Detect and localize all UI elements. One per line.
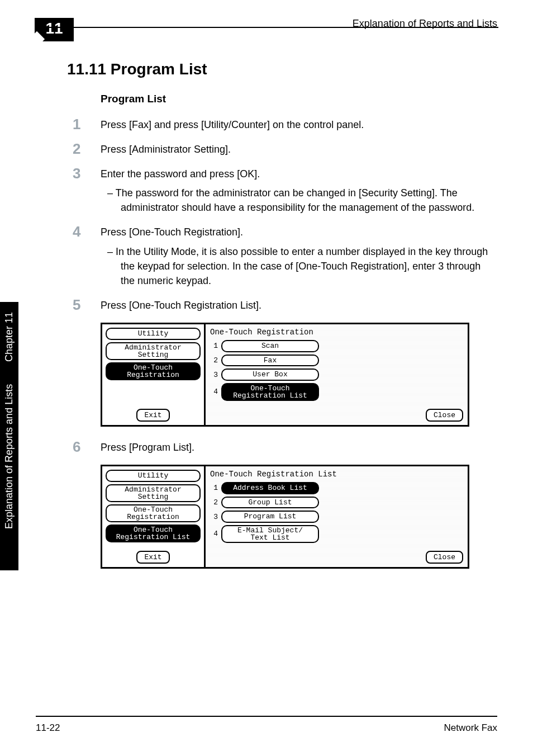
shot2-row-3: 3 Program List bbox=[210, 511, 463, 523]
step-text: Press [One-Touch Registration]. bbox=[101, 225, 497, 239]
step-text: Press [One-Touch Registration List]. bbox=[101, 298, 497, 313]
one-touch-registration-pill[interactable]: One-Touch Registration bbox=[106, 362, 201, 380]
subsection-heading: Program List bbox=[101, 93, 497, 105]
shot1-row-4: 4 One-Touch Registration List bbox=[210, 383, 463, 401]
page-number: 11-22 bbox=[36, 722, 60, 734]
shot2-row-4: 4 E-Mail Subject/ Text List bbox=[210, 525, 463, 543]
step-subtext: In the Utility Mode, it is also possible… bbox=[121, 244, 497, 288]
shot1-row-2: 2 Fax bbox=[210, 355, 463, 367]
sidebar-chapter-label: Chapter 11 bbox=[3, 312, 15, 362]
step-4: 4 Press [One-Touch Registration]. In the… bbox=[101, 225, 497, 287]
row-number: 1 bbox=[210, 484, 218, 492]
close-button[interactable]: Close bbox=[426, 409, 463, 422]
row-number: 2 bbox=[210, 356, 218, 365]
step-3: 3 Enter the password and press [OK]. The… bbox=[101, 167, 497, 215]
step-number: 2 bbox=[73, 140, 80, 158]
step-number: 6 bbox=[73, 438, 80, 456]
row-number: 4 bbox=[210, 530, 218, 538]
program-list-button[interactable]: Program List bbox=[221, 511, 319, 523]
user-box-button[interactable]: User Box bbox=[221, 368, 319, 381]
step-6: 6 Press [Program List]. bbox=[101, 440, 497, 455]
step-text: Enter the password and press [OK]. bbox=[101, 167, 497, 181]
email-subject-text-list-button[interactable]: E-Mail Subject/ Text List bbox=[221, 525, 319, 543]
exit-button[interactable]: Exit bbox=[136, 409, 169, 422]
one-touch-reg-list-pill[interactable]: One-Touch Registration List bbox=[106, 525, 201, 542]
group-list-button[interactable]: Group List bbox=[221, 497, 319, 509]
shot2-row-1: 1 Address Book List bbox=[210, 482, 463, 494]
row-number: 3 bbox=[210, 513, 218, 521]
page-footer: 11-22 Network Fax bbox=[36, 716, 497, 734]
fax-button[interactable]: Fax bbox=[221, 355, 319, 367]
screenshot-1: Utility Administrator Setting One-Touch … bbox=[101, 323, 469, 427]
shot2-row-2: 2 Group List bbox=[210, 497, 463, 509]
scan-button[interactable]: Scan bbox=[221, 340, 319, 352]
one-touch-registration-pill[interactable]: One-Touch Registration bbox=[106, 504, 201, 522]
chapter-number-block: 11 bbox=[35, 18, 74, 41]
step-5: 5 Press [One-Touch Registration List]. bbox=[101, 298, 497, 313]
exit-button[interactable]: Exit bbox=[136, 551, 169, 564]
screenshot-2: Utility Administrator Setting One-Touch … bbox=[101, 465, 469, 569]
row-number: 1 bbox=[210, 342, 218, 350]
main-content: 11.11 Program List Program List 1 Press … bbox=[67, 60, 497, 569]
admin-setting-pill[interactable]: Administrator Setting bbox=[106, 342, 201, 360]
shot2-title: One-Touch Registration List bbox=[210, 470, 463, 479]
admin-setting-pill[interactable]: Administrator Setting bbox=[106, 484, 201, 502]
shot1-right-panel: One-Touch Registration 1 Scan 2 Fax 3 Us… bbox=[206, 324, 468, 425]
shot2-left-panel: Utility Administrator Setting One-Touch … bbox=[102, 466, 206, 567]
sidebar-tab: Explanation of Reports and Lists Chapter… bbox=[0, 302, 18, 570]
step-text: Press [Program List]. bbox=[101, 440, 497, 455]
one-touch-reg-list-button[interactable]: One-Touch Registration List bbox=[221, 383, 319, 401]
section-heading: 11.11 Program List bbox=[67, 60, 497, 78]
sidebar-text: Explanation of Reports and Lists bbox=[3, 384, 15, 529]
shot1-left-panel: Utility Administrator Setting One-Touch … bbox=[102, 324, 206, 425]
address-book-list-button[interactable]: Address Book List bbox=[221, 482, 319, 494]
step-text: Press [Administrator Setting]. bbox=[101, 142, 497, 157]
shot1-row-1: 1 Scan bbox=[210, 340, 463, 352]
step-text: Press [Fax] and press [Utility/Counter] … bbox=[101, 117, 497, 132]
shot1-title: One-Touch Registration bbox=[210, 328, 463, 337]
step-number: 5 bbox=[73, 296, 80, 314]
step-2: 2 Press [Administrator Setting]. bbox=[101, 142, 497, 157]
step-number: 4 bbox=[73, 223, 80, 240]
header-rule bbox=[35, 27, 498, 28]
doc-title-footer: Network Fax bbox=[444, 722, 497, 734]
row-number: 2 bbox=[210, 498, 218, 507]
utility-pill[interactable]: Utility bbox=[106, 328, 201, 340]
row-number: 3 bbox=[210, 371, 218, 379]
step-subtext: The password for the administrator can b… bbox=[121, 186, 497, 215]
step-number: 1 bbox=[73, 116, 80, 133]
shot2-right-panel: One-Touch Registration List 1 Address Bo… bbox=[206, 466, 468, 567]
chapter-number: 11 bbox=[45, 20, 63, 37]
step-number: 3 bbox=[73, 165, 80, 182]
utility-pill[interactable]: Utility bbox=[106, 470, 201, 482]
close-button[interactable]: Close bbox=[426, 551, 463, 564]
step-1: 1 Press [Fax] and press [Utility/Counter… bbox=[101, 117, 497, 132]
shot1-row-3: 3 User Box bbox=[210, 368, 463, 381]
row-number: 4 bbox=[210, 388, 218, 396]
